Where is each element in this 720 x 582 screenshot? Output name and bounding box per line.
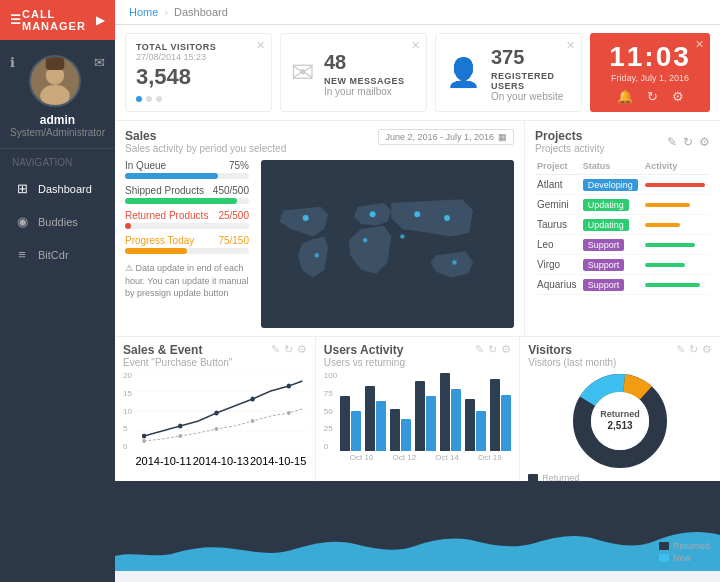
dot-1 [136, 96, 142, 102]
stat-card-visitors: ✕ TOTAL VISITORS 27/08/2014 15:23 3,548 [125, 33, 272, 112]
metric-in-queue-label: In Queue75% [125, 160, 249, 171]
edit-vis-icon[interactable]: ✎ [676, 343, 685, 356]
metric-progress-bg [125, 248, 249, 254]
wave-legend-returned: Returned [659, 541, 710, 551]
svg-point-21 [250, 397, 255, 402]
bar-group [365, 386, 386, 451]
wave-legend: Returned New [659, 541, 710, 563]
menu-icon[interactable]: ☰ [10, 13, 22, 27]
users-sublabel: REGISTERED USERS [491, 71, 571, 91]
sidebar-header: ☰ CALL MANAGER ▶ [0, 0, 115, 40]
project-name: Taurus [535, 215, 581, 235]
project-status: Support [581, 275, 643, 295]
users-activity-icons: ✎ ↻ ⚙ [475, 343, 511, 356]
svg-point-20 [214, 411, 219, 416]
metric-in-queue-bg [125, 173, 249, 179]
buddies-icon: ◉ [14, 214, 30, 229]
breadcrumb-home[interactable]: Home [129, 6, 158, 18]
table-row: Aquarius Support [535, 275, 710, 295]
alarm-icon[interactable]: 🔔 [617, 89, 633, 104]
metric-shipped-label: Shipped Products450/500 [125, 185, 249, 196]
y-axis-labels: 20 15 10 5 0 [123, 371, 135, 451]
users-activity-subtitle: Users vs returning [324, 357, 405, 368]
calendar-icon: ▦ [498, 132, 507, 142]
edit-sales-icon[interactable]: ✎ [271, 343, 280, 356]
edit-ua-icon[interactable]: ✎ [475, 343, 484, 356]
metric-shipped-bg [125, 198, 249, 204]
date-range-button[interactable]: June 2, 2016 - July 1, 2016 ▦ [378, 129, 514, 145]
users-icon: 👤 [446, 56, 481, 89]
svg-point-10 [363, 238, 367, 242]
x-axis-labels: 2014-10-11 2014-10-13 2014-10-15 [135, 455, 307, 467]
refresh-ua-icon[interactable]: ↻ [488, 343, 497, 356]
profile-mail-icon[interactable]: ✉ [94, 55, 105, 107]
table-row: Gemini Updating [535, 195, 710, 215]
settings-icon[interactable]: ⚙ [672, 89, 684, 104]
sidebar-item-label: Dashboard [38, 183, 92, 195]
line-chart: 2014-10-11 2014-10-13 2014-10-15 [135, 371, 307, 475]
refresh-icon[interactable]: ↻ [647, 89, 658, 104]
users-activity-header: Users Activity Users vs returning ✎ ↻ ⚙ [324, 343, 511, 368]
metric-in-queue-bar [125, 173, 218, 179]
refresh-projects-icon[interactable]: ↻ [683, 135, 693, 149]
bar-group [415, 381, 436, 451]
project-activity [643, 195, 710, 215]
clock-icons: 🔔 ↻ ⚙ [617, 89, 684, 104]
dot-3 [156, 96, 162, 102]
profile-name: admin [40, 113, 75, 127]
projects-icons: ✎ ↻ ⚙ [667, 135, 710, 149]
settings-projects-icon[interactable]: ⚙ [699, 135, 710, 149]
svg-point-18 [142, 434, 147, 439]
visitors-icons: ✎ ↻ ⚙ [676, 343, 712, 356]
middle-section: Sales Sales activity by period you selec… [115, 121, 720, 336]
close-clock-button[interactable]: ✕ [695, 38, 704, 51]
date-range-label: June 2, 2016 - July 1, 2016 [385, 132, 494, 142]
sidebar-item-label: BitCdr [38, 249, 69, 261]
project-activity [643, 235, 710, 255]
sidebar-item-label: Buddies [38, 216, 78, 228]
bar-group [465, 399, 486, 451]
metric-shipped-bar [125, 198, 237, 204]
close-messages-button[interactable]: ✕ [411, 39, 420, 52]
bar-chart-area [340, 371, 511, 451]
bar-group [440, 373, 461, 451]
refresh-sales-icon[interactable]: ↻ [284, 343, 293, 356]
bar-chart: Oct 10 Oct 12 Oct 14 Oct 19 [340, 371, 511, 475]
project-activity [643, 215, 710, 235]
visitors-header: Visitors Visitors (last month) ✎ ↻ ⚙ [528, 343, 712, 368]
sidebar-profile: ℹ ✉ admin System/Administrator [0, 40, 115, 149]
bottom-charts: Sales & Event Event "Purchase Button" ✎ … [115, 336, 720, 481]
stat-card-clock: ✕ 11:03 Friday, July 1, 2016 🔔 ↻ ⚙ [590, 33, 710, 112]
sidebar-item-dashboard[interactable]: ⊞ Dashboard [0, 172, 115, 205]
refresh-vis-icon[interactable]: ↻ [689, 343, 698, 356]
stat-card-users: ✕ 👤 375 REGISTERED USERS On your website [435, 33, 582, 112]
settings-vis-icon[interactable]: ⚙ [702, 343, 712, 356]
settings-ua-icon[interactable]: ⚙ [501, 343, 511, 356]
table-row: Virgo Support [535, 255, 710, 275]
close-users-button[interactable]: ✕ [566, 39, 575, 52]
stat-dots [136, 96, 261, 102]
sales-event-header: Sales & Event Event "Purchase Button" ✎ … [123, 343, 307, 368]
projects-table: Project Status Activity Atlant Developin… [535, 158, 710, 295]
edit-icon[interactable]: ✎ [667, 135, 677, 149]
metric-returned: Returned Products25/500 [125, 210, 249, 229]
sidebar: ☰ CALL MANAGER ▶ ℹ ✉ admin System/Admini… [0, 0, 115, 582]
donut-chart: Returned 2,513 [528, 371, 712, 471]
breadcrumb-current: Dashboard [174, 6, 228, 18]
sidebar-toggle-icon[interactable]: ▶ [96, 14, 105, 27]
project-activity [643, 255, 710, 275]
close-visitors-button[interactable]: ✕ [256, 39, 265, 52]
messages-sublabel: NEW MESSAGES [324, 76, 405, 86]
profile-info-icon[interactable]: ℹ [10, 55, 15, 107]
visitors-chart-subtitle: Visitors (last month) [528, 357, 616, 368]
users-activity-title: Users Activity [324, 343, 405, 357]
svg-point-9 [400, 234, 404, 238]
metric-progress: Progress Today75/150 [125, 235, 249, 254]
visitors-value: 3,548 [136, 64, 261, 90]
sidebar-item-buddies[interactable]: ◉ Buddies [0, 205, 115, 238]
messages-icon: ✉ [291, 56, 314, 89]
sidebar-item-bitcdr[interactable]: ≡ BitCdr [0, 238, 115, 271]
svg-point-25 [215, 427, 219, 431]
visitors-label: TOTAL VISITORS [136, 42, 261, 52]
settings-sales-icon[interactable]: ⚙ [297, 343, 307, 356]
